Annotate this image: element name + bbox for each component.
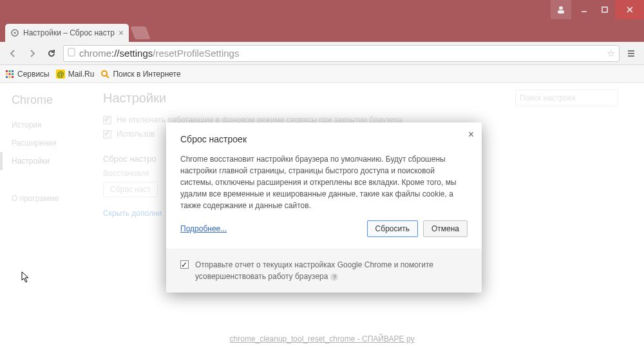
bookmark-label: Поиск в Интернете xyxy=(113,70,180,79)
close-button[interactable] xyxy=(615,0,644,19)
report-checkbox[interactable] xyxy=(180,260,189,269)
gear-icon xyxy=(10,28,19,37)
bookmark-apps[interactable]: Сервисы xyxy=(5,70,50,79)
url-host: ://settings xyxy=(111,48,153,59)
dialog-body-text: Chrome восстановит настройки браузера по… xyxy=(180,153,468,211)
new-tab-button[interactable] xyxy=(130,26,150,39)
browser-tab[interactable]: Настройки – Сброс настр × xyxy=(5,24,129,42)
maximize-button[interactable] xyxy=(594,0,615,19)
chrome-menu-icon[interactable] xyxy=(623,49,639,58)
dialog-title: Сброс настроек xyxy=(180,134,468,144)
svg-rect-16 xyxy=(9,73,11,75)
svg-rect-1 xyxy=(558,10,564,14)
svg-rect-12 xyxy=(6,70,8,72)
user-icon[interactable] xyxy=(551,0,571,19)
page-caption: chrome_cleanup_tool_reset_chrome - СПАЙВ… xyxy=(0,334,644,346)
search-icon xyxy=(100,70,109,79)
svg-rect-19 xyxy=(9,76,11,78)
svg-rect-3 xyxy=(602,7,607,12)
url-scheme: chrome xyxy=(79,48,111,59)
bookmark-mailru[interactable]: @ Mail.Ru xyxy=(56,70,95,79)
svg-point-23 xyxy=(102,71,107,76)
cancel-button[interactable]: Отмена xyxy=(423,220,468,237)
reset-settings-dialog: × Сброс настроек Chrome восстановит наст… xyxy=(166,122,482,293)
window-titlebar xyxy=(0,0,644,19)
reload-button[interactable] xyxy=(44,46,59,61)
bookmark-label: Сервисы xyxy=(17,70,50,79)
apps-icon xyxy=(5,70,14,79)
svg-point-7 xyxy=(14,32,16,34)
bookmark-label: Mail.Ru xyxy=(68,70,95,79)
tab-close-icon[interactable]: × xyxy=(118,28,124,37)
back-button[interactable] xyxy=(5,46,21,61)
svg-rect-14 xyxy=(12,70,14,72)
page-icon xyxy=(68,48,75,59)
learn-more-link[interactable]: Подробнее... xyxy=(180,224,227,233)
minimize-button[interactable] xyxy=(574,0,594,19)
report-label: Отправьте отчет о текущих настройках Goo… xyxy=(195,259,468,282)
bookmarks-bar: Сервисы @ Mail.Ru Поиск в Интернете xyxy=(0,65,644,83)
dialog-report-row[interactable]: Отправьте отчет о текущих настройках Goo… xyxy=(166,249,482,293)
svg-rect-0 xyxy=(559,6,563,10)
bookmark-star-icon[interactable]: ☆ xyxy=(607,48,615,59)
help-icon[interactable]: ? xyxy=(330,273,338,281)
forward-button[interactable] xyxy=(24,46,40,61)
bookmark-search[interactable]: Поиск в Интернете xyxy=(100,70,180,79)
reset-button[interactable]: Сбросить xyxy=(367,220,418,237)
svg-rect-20 xyxy=(12,76,14,78)
svg-rect-15 xyxy=(6,73,8,75)
address-bar: chrome://settings/resetProfileSettings ☆ xyxy=(0,42,644,65)
svg-line-24 xyxy=(106,75,109,78)
url-path: /resetProfileSettings xyxy=(153,48,239,59)
omnibox[interactable]: chrome://settings/resetProfileSettings ☆ xyxy=(63,45,620,62)
svg-rect-17 xyxy=(12,73,14,75)
mailru-icon: @ xyxy=(56,70,65,79)
svg-text:@: @ xyxy=(57,70,64,78)
tab-strip: Настройки – Сброс настр × xyxy=(0,19,644,42)
tab-title: Настройки – Сброс настр xyxy=(23,28,115,37)
svg-rect-18 xyxy=(6,76,8,78)
dialog-close-icon[interactable]: × xyxy=(468,129,474,140)
svg-rect-8 xyxy=(68,48,75,56)
svg-rect-13 xyxy=(9,70,11,72)
